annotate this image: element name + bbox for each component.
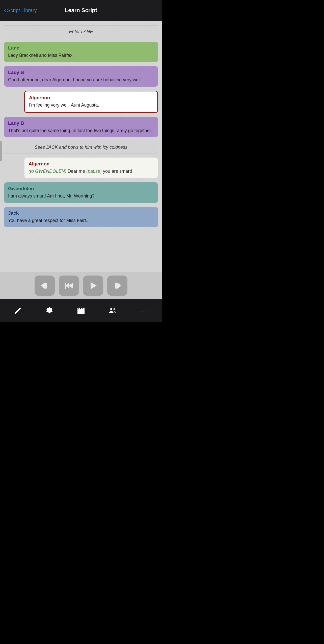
page-title: Learn Script xyxy=(44,7,118,14)
svg-rect-7 xyxy=(115,283,117,289)
svg-marker-6 xyxy=(117,283,121,289)
svg-rect-8 xyxy=(77,309,85,314)
controls-bar xyxy=(0,272,162,299)
nav-back-button[interactable]: ‹ Script Library xyxy=(4,7,44,14)
dialogue-card-jack[interactable]: Jack You have a great respect for Miss F… xyxy=(4,207,158,227)
tab-more[interactable]: ··· xyxy=(137,306,152,316)
character-name-algernon-2: Algernon xyxy=(29,161,154,167)
nav-bar: ‹ Script Library Learn Script xyxy=(0,0,162,21)
scroll-indicator xyxy=(0,141,2,161)
more-icon: ··· xyxy=(139,306,149,316)
dialogue-card-ladyb-1[interactable]: Lady B Good afternoon, dear Algernon, I … xyxy=(4,66,158,87)
pencil-icon xyxy=(13,306,23,316)
dialogue-card-algernon-2[interactable]: Algernon (to GWENDOLEN) Dear me (pause) … xyxy=(24,157,158,178)
dialogue-text-jack: You have a great respect for Miss Fairf.… xyxy=(8,217,154,224)
rewind-icon xyxy=(40,281,50,291)
svg-marker-0 xyxy=(41,283,45,289)
inline-direction-to-gwendolen: (to GWENDOLEN) xyxy=(29,169,66,174)
character-name-ladyb-2: Lady B xyxy=(8,120,154,126)
tab-scenes[interactable] xyxy=(73,306,89,316)
play-back-button[interactable] xyxy=(59,276,79,296)
character-name-ladyb-1: Lady B xyxy=(8,70,154,75)
gear-icon xyxy=(44,306,55,316)
dialogue-card-ladyb-2[interactable]: Lady B That's not quite the same thing. … xyxy=(4,117,158,137)
stage-direction-sees-jack: Sees JACK and bows to him with icy coldn… xyxy=(4,141,158,154)
character-name-algernon-1: Algernon xyxy=(29,95,153,101)
people-icon xyxy=(107,306,118,316)
svg-point-13 xyxy=(110,308,112,310)
svg-rect-4 xyxy=(65,283,66,289)
tab-cast[interactable] xyxy=(105,306,120,316)
dialogue-text-algernon-2: (to GWENDOLEN) Dear me (pause) you are s… xyxy=(29,168,154,175)
svg-point-14 xyxy=(114,308,115,310)
dialogue-text-gwendolen: I am always smart! Am I not, Mr. Worthin… xyxy=(8,193,154,199)
svg-marker-5 xyxy=(91,282,97,289)
dialogue-text-algernon-1: I'm feeling very well, Aunt Augusta. xyxy=(29,102,153,108)
tab-bar: ··· xyxy=(0,299,162,322)
character-name-gwendolen: Gwendolen xyxy=(8,186,154,191)
svg-rect-1 xyxy=(45,283,47,289)
play-icon xyxy=(88,281,98,291)
dialogue-card-algernon-active[interactable]: Algernon I'm feeling very well, Aunt Aug… xyxy=(24,91,158,113)
play-back-icon xyxy=(64,281,74,291)
skip-button[interactable] xyxy=(107,276,127,296)
play-button[interactable] xyxy=(83,276,103,296)
stage-direction-enter-lane: Enter LANE xyxy=(4,25,158,38)
dialogue-card-gwendolen[interactable]: Gwendolen I am always smart! Am I not, M… xyxy=(4,182,158,203)
character-name-jack: Jack xyxy=(8,210,154,216)
script-scroll-area[interactable]: Enter LANE Lane Lady Bracknell and Miss … xyxy=(0,21,162,272)
character-name-lane: Lane xyxy=(8,45,154,51)
tab-settings[interactable] xyxy=(42,306,57,316)
dialogue-text-part-1: Dear me xyxy=(68,169,86,174)
nav-back-label: Script Library xyxy=(7,8,37,13)
dialogue-text-ladyb-1: Good afternoon, dear Algernon, I hope yo… xyxy=(8,77,154,83)
rewind-button[interactable] xyxy=(35,276,55,296)
dialogue-text-ladyb-2: That's not quite the same thing. In fact… xyxy=(8,128,154,134)
inline-direction-pause: (pause) xyxy=(86,169,102,174)
tab-edit[interactable] xyxy=(10,306,25,316)
dialogue-text-lane: Lady Bracknell and Miss Fairfax. xyxy=(8,52,154,59)
back-chevron-icon: ‹ xyxy=(4,7,6,14)
skip-icon xyxy=(112,281,122,291)
script-content: Enter LANE Lane Lady Bracknell and Miss … xyxy=(0,21,162,231)
clapperboard-icon xyxy=(76,306,86,316)
svg-marker-3 xyxy=(69,283,73,289)
dialogue-card-lane[interactable]: Lane Lady Bracknell and Miss Fairfax. xyxy=(4,42,158,62)
dialogue-text-part-2: you are smart! xyxy=(103,169,132,174)
